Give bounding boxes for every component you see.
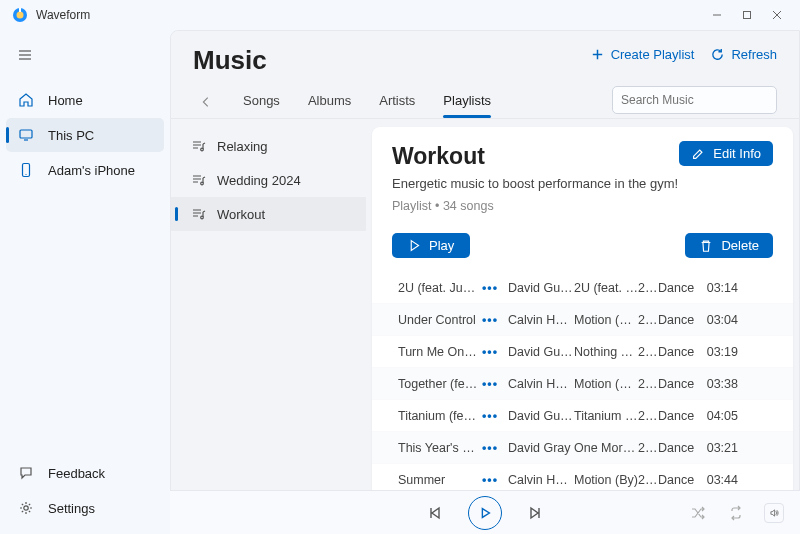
nav-home-label: Home — [48, 93, 83, 108]
svg-point-14 — [24, 506, 28, 510]
playlist-icon — [191, 172, 207, 188]
track-row[interactable]: This Year's Love•••David GrayOne More Ti… — [372, 432, 793, 464]
playlist-item-label: Relaxing — [217, 139, 268, 154]
play-icon — [478, 506, 492, 520]
shuffle-icon — [690, 505, 706, 521]
playlist-meta: Playlist • 34 songs — [392, 199, 773, 213]
back-button[interactable] — [193, 88, 219, 116]
playlist-icon — [191, 138, 207, 154]
track-duration: 03:19 — [702, 345, 738, 359]
track-row[interactable]: Turn Me On (feat. Nicki Minaj)•••David G… — [372, 336, 793, 368]
track-row[interactable]: 2U (feat. Justin Bieber)•••David Guetta2… — [372, 272, 793, 304]
main-panel: Music Create Playlist Refresh Songs Albu… — [170, 30, 800, 534]
close-button[interactable] — [762, 2, 792, 28]
nav-settings[interactable]: Settings — [6, 491, 164, 525]
track-album: Motion (Bonus) — [574, 313, 638, 327]
track-title: This Year's Love — [398, 441, 478, 455]
maximize-button[interactable] — [732, 2, 762, 28]
app-title: Waveform — [36, 8, 702, 22]
playlist-item-workout[interactable]: Workout — [171, 197, 366, 231]
track-title: Under Control — [398, 313, 478, 327]
play-button[interactable]: Play — [392, 233, 470, 258]
track-artist: Calvin Harris — [508, 377, 574, 391]
nav-settings-label: Settings — [48, 501, 95, 516]
svg-rect-10 — [20, 130, 32, 138]
track-genre: Dance — [658, 313, 702, 327]
svg-rect-2 — [19, 8, 21, 12]
track-year: 2024 — [638, 441, 658, 455]
minimize-button[interactable] — [702, 2, 732, 28]
track-more-button[interactable]: ••• — [478, 345, 502, 359]
header: Music Create Playlist Refresh — [171, 31, 799, 76]
track-more-button[interactable]: ••• — [478, 441, 502, 455]
nav-feedback-label: Feedback — [48, 466, 105, 481]
volume-icon — [769, 505, 779, 521]
create-playlist-label: Create Playlist — [611, 47, 695, 62]
track-duration: 04:05 — [702, 409, 738, 423]
playlist-item-label: Workout — [217, 207, 265, 222]
trash-icon — [699, 239, 713, 253]
nav-adams-iphone[interactable]: Adam's iPhone — [6, 153, 164, 187]
previous-button[interactable] — [424, 502, 446, 524]
track-row[interactable]: Under Control•••Calvin HarrisMotion (Bon… — [372, 304, 793, 336]
repeat-icon — [728, 505, 744, 521]
search-input[interactable] — [621, 93, 771, 107]
track-title: Titanium (feat. Sia) — [398, 409, 478, 423]
track-genre: Dance — [658, 409, 702, 423]
playlist-item-relaxing[interactable]: Relaxing — [171, 129, 366, 163]
delete-label: Delete — [721, 238, 759, 253]
play-label: Play — [429, 238, 454, 253]
tab-artists[interactable]: Artists — [365, 87, 429, 118]
create-playlist-button[interactable]: Create Playlist — [590, 47, 695, 62]
track-genre: Dance — [658, 377, 702, 391]
delete-button[interactable]: Delete — [685, 233, 773, 258]
tab-songs[interactable]: Songs — [229, 87, 294, 118]
volume-button[interactable] — [764, 503, 784, 523]
track-row[interactable]: Together (feat. Gwen Stefani)•••Calvin H… — [372, 368, 793, 400]
play-pause-button[interactable] — [468, 496, 502, 530]
track-row[interactable]: Titanium (feat. Sia)•••David GuettaTitan… — [372, 400, 793, 432]
nav-home[interactable]: Home — [6, 83, 164, 117]
player-bar — [170, 490, 800, 534]
track-title: Together (feat. Gwen Stefani) — [398, 377, 478, 391]
search-box[interactable] — [612, 86, 777, 114]
shuffle-button[interactable] — [688, 503, 708, 523]
track-genre: Dance — [658, 345, 702, 359]
feedback-icon — [18, 465, 34, 481]
track-more-button[interactable]: ••• — [478, 377, 502, 391]
tab-playlists[interactable]: Playlists — [429, 87, 505, 118]
edit-info-label: Edit Info — [713, 146, 761, 161]
track-year: 2017 — [638, 281, 658, 295]
track-year: 2014 — [638, 377, 658, 391]
track-album: Motion (Bonus) — [574, 377, 638, 391]
nav-this-pc[interactable]: This PC — [6, 118, 164, 152]
edit-info-button[interactable]: Edit Info — [679, 141, 773, 166]
next-button[interactable] — [524, 502, 546, 524]
track-title: Turn Me On (feat. Nicki Minaj) — [398, 345, 478, 359]
repeat-button[interactable] — [726, 503, 746, 523]
tab-albums[interactable]: Albums — [294, 87, 365, 118]
nav-feedback[interactable]: Feedback — [6, 456, 164, 490]
playlist-description: Energetic music to boost performance in … — [392, 176, 773, 191]
track-more-button[interactable]: ••• — [478, 281, 502, 295]
track-artist: Calvin Harris — [508, 473, 574, 487]
refresh-button[interactable]: Refresh — [710, 47, 777, 62]
track-artist: David Guetta — [508, 345, 574, 359]
playlist-item-wedding[interactable]: Wedding 2024 — [171, 163, 366, 197]
refresh-label: Refresh — [731, 47, 777, 62]
track-album: Motion (By) — [574, 473, 638, 487]
track-more-button[interactable]: ••• — [478, 473, 502, 487]
track-title: Summer — [398, 473, 478, 487]
svg-point-30 — [201, 216, 204, 219]
nav-this-pc-label: This PC — [48, 128, 94, 143]
track-artist: David Gray — [508, 441, 574, 455]
app-icon — [12, 7, 28, 23]
hamburger-button[interactable] — [6, 38, 44, 72]
pencil-icon — [691, 147, 705, 161]
track-more-button[interactable]: ••• — [478, 313, 502, 327]
page-title: Music — [193, 45, 590, 76]
svg-point-22 — [201, 148, 204, 151]
track-more-button[interactable]: ••• — [478, 409, 502, 423]
track-duration: 03:38 — [702, 377, 738, 391]
monitor-icon — [18, 127, 34, 143]
